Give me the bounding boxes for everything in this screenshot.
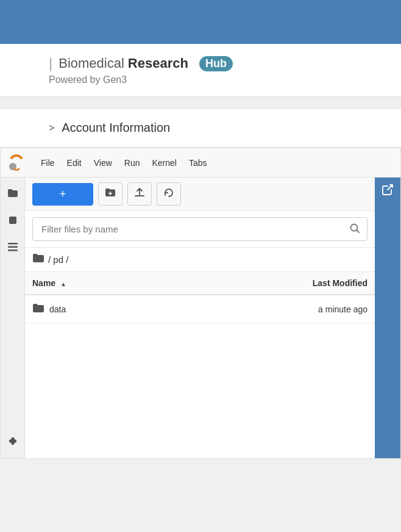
top-banner — [0, 0, 401, 44]
menu-edit[interactable]: Edit — [61, 154, 88, 171]
filter-input[interactable] — [32, 217, 367, 241]
refresh-button[interactable] — [157, 182, 181, 206]
filter-container — [25, 211, 375, 248]
sidebar-stop-icon[interactable] — [2, 209, 24, 231]
account-row[interactable]: > Account Information — [0, 109, 401, 147]
new-file-button[interactable]: + — [32, 183, 93, 206]
svg-point-7 — [351, 224, 358, 231]
account-chevron-icon: > — [49, 123, 54, 134]
sort-arrow-icon: ▲ — [60, 281, 66, 287]
logo-bold: Research — [128, 56, 188, 71]
menu-tabs[interactable]: Tabs — [183, 154, 213, 171]
logo-line1: | Biomedical Research Hub — [49, 55, 352, 72]
svg-rect-2 — [8, 243, 18, 245]
menu-bar: File Edit View Run Kernel Tabs — [1, 148, 400, 178]
file-modified-cell: a minute ago — [169, 295, 375, 323]
svg-rect-1 — [9, 217, 16, 224]
file-table: Name ▲ Last Modified data a minute — [25, 272, 375, 323]
account-label: Account Information — [62, 121, 170, 135]
main-area: + — [1, 178, 400, 458]
file-table-header: Name ▲ Last Modified — [25, 272, 375, 295]
new-button-icon: + — [60, 188, 66, 201]
search-icon[interactable] — [349, 223, 360, 236]
jupyter-logo-svg — [7, 153, 26, 173]
file-browser: + — [25, 178, 375, 458]
account-section: > Account Information — [0, 108, 401, 148]
sidebar-list-icon[interactable] — [2, 236, 24, 258]
upload-button[interactable] — [127, 182, 152, 206]
file-toolbar: + — [25, 178, 375, 211]
svg-rect-3 — [8, 246, 18, 248]
file-name-cell: data — [25, 295, 169, 323]
sidebar-folder-icon[interactable] — [2, 182, 24, 204]
svg-line-8 — [357, 230, 360, 232]
menu-view[interactable]: View — [88, 154, 118, 171]
file-table-body: data a minute ago — [25, 295, 375, 323]
path-folder-icon — [32, 253, 44, 267]
logo-prefix: Biomedical — [59, 56, 124, 71]
right-panel — [375, 178, 400, 458]
table-row[interactable]: data a minute ago — [25, 295, 375, 323]
column-name-header[interactable]: Name ▲ — [25, 272, 169, 295]
filter-input-wrap — [32, 217, 367, 241]
sidebar-puzzle-icon[interactable] — [2, 431, 24, 453]
file-name-label: data — [49, 304, 66, 314]
menu-file[interactable]: File — [35, 154, 61, 171]
external-link-icon[interactable] — [381, 184, 394, 199]
jupyter-panel: File Edit View Run Kernel Tabs — [0, 148, 401, 459]
path-row: / pd / — [25, 248, 375, 272]
menu-run[interactable]: Run — [118, 154, 146, 171]
jupyter-logo — [5, 152, 27, 174]
logo-section: | Biomedical Research Hub Powered by Gen… — [0, 44, 401, 97]
new-folder-button[interactable] — [98, 182, 122, 206]
sidebar-icons — [1, 178, 25, 458]
column-modified-header: Last Modified — [169, 272, 375, 295]
svg-rect-4 — [8, 250, 18, 251]
menu-kernel[interactable]: Kernel — [146, 154, 182, 171]
current-path: / pd / — [48, 254, 68, 265]
logo-hub-badge: Hub — [199, 56, 233, 71]
file-folder-icon — [32, 303, 44, 315]
logo-subtitle: Powered by Gen3 — [49, 74, 352, 85]
